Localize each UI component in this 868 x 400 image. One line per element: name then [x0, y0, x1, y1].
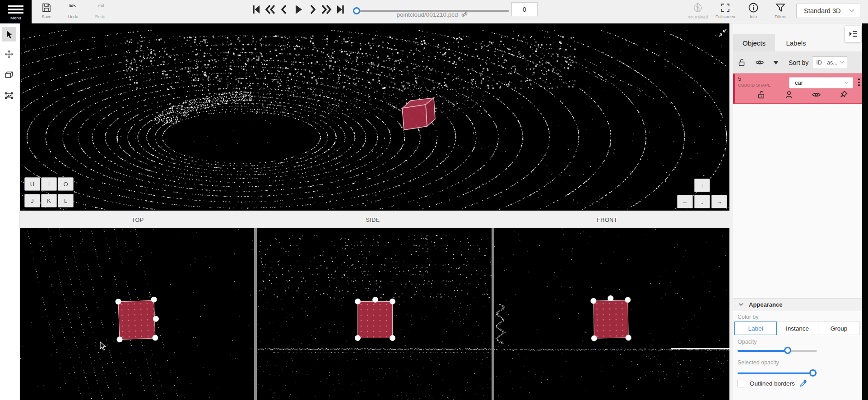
menu-label: Menu [10, 15, 21, 20]
object-shape-label: CUBOID SHAPE [738, 83, 771, 87]
selected-opacity-label: Selected opacity [738, 359, 779, 366]
undo-button[interactable]: Undo [63, 0, 84, 19]
eyedropper-icon[interactable] [799, 380, 807, 387]
resize-handle[interactable] [115, 299, 121, 304]
tab-objects[interactable]: Objects [733, 34, 775, 51]
cuboid-annotation-3d[interactable] [396, 94, 442, 133]
cuboid-annotation-front[interactable] [593, 300, 628, 338]
info-button[interactable]: Info [743, 0, 764, 19]
hotkey-i[interactable]: I [41, 177, 57, 191]
main-3d-view-canvas[interactable] [20, 23, 729, 211]
save-icon [41, 2, 52, 13]
brain-icon [692, 2, 704, 14]
save-label: Save [42, 14, 51, 19]
lock-all-icon[interactable] [738, 58, 746, 67]
opacity-slider-handle[interactable] [784, 347, 791, 354]
object-visibility-icon[interactable] [812, 90, 821, 99]
object-track-icon[interactable] [784, 90, 794, 99]
object-category-select[interactable]: car [789, 77, 853, 88]
hotkey-o[interactable]: O [58, 177, 74, 191]
hotkey-l[interactable]: L [58, 194, 74, 207]
resize-handle[interactable] [390, 299, 395, 304]
outlined-borders-label: Outlined borders [750, 380, 795, 387]
main-3d-view[interactable]: U I O J K L ↑ ← ↓ → [20, 23, 729, 211]
right-edge-strip [862, 23, 868, 400]
front-view-label: FRONT [597, 217, 617, 223]
fast-forward-button[interactable] [320, 3, 333, 16]
move-tool-button[interactable] [2, 47, 16, 61]
rewind-button[interactable] [264, 3, 277, 16]
collapse-view-icon[interactable] [718, 28, 728, 38]
hotkey-u[interactable]: U [24, 177, 40, 191]
view-mode-value: Standard 3D [804, 7, 840, 14]
front-view[interactable] [494, 228, 729, 400]
skip-to-start-button[interactable] [250, 3, 263, 16]
fullscreen-button[interactable]: Fullscreen [713, 0, 738, 19]
image-tool-button[interactable] [2, 88, 16, 103]
menu-button[interactable]: Menu [0, 0, 32, 23]
object-menu-button[interactable] [856, 77, 862, 89]
tab-labels[interactable]: Labels [775, 34, 817, 51]
object-row[interactable]: 5 CUBOID SHAPE car [733, 74, 862, 104]
resize-handle[interactable] [390, 335, 395, 341]
color-by-label-button[interactable]: Label [734, 322, 777, 335]
tab-labels-label: Labels [786, 39, 806, 47]
side-view[interactable] [257, 228, 492, 400]
outlined-borders-row: Outlined borders [738, 380, 807, 387]
hotkey-k[interactable]: K [41, 194, 57, 207]
sort-select[interactable]: ID - as... [812, 56, 847, 69]
chevron-down-icon [849, 9, 854, 13]
resize-handle[interactable] [355, 299, 361, 304]
arrow-down-button[interactable]: ↓ [694, 195, 710, 208]
color-by-label-button-text: Label [748, 325, 763, 332]
cursor-icon [5, 30, 14, 39]
chevron-down-icon [840, 61, 844, 64]
resize-handle[interactable] [608, 295, 613, 301]
color-by-instance-button[interactable]: Instance [776, 322, 818, 335]
fullscreen-icon [720, 2, 731, 13]
filename-label: pointcloud/001210.pcd [397, 11, 458, 18]
color-by-instance-button-text: Instance [786, 325, 809, 332]
skip-to-end-button[interactable] [334, 3, 347, 16]
frame-value: 0 [523, 6, 526, 13]
selected-opacity-slider-handle[interactable] [809, 369, 817, 377]
frame-input[interactable]: 0 [511, 2, 538, 16]
save-button[interactable]: Save [36, 0, 57, 19]
sort-value: ID - as... [816, 60, 837, 66]
opacity-slider[interactable] [738, 350, 817, 352]
resize-handle[interactable] [372, 297, 378, 303]
outlined-borders-checkbox[interactable] [738, 380, 745, 387]
visibility-all-icon[interactable] [755, 58, 764, 67]
top-view[interactable] [20, 228, 254, 400]
color-by-label: Color by [738, 314, 759, 320]
object-pin-icon[interactable] [839, 90, 848, 99]
arrow-right-button[interactable]: → [711, 195, 727, 208]
resize-handle[interactable] [355, 335, 361, 341]
filters-button[interactable]: Filters [770, 0, 791, 19]
selected-opacity-slider[interactable] [738, 372, 817, 374]
timeline-slider-handle[interactable] [353, 7, 360, 14]
resize-handle[interactable] [590, 298, 596, 304]
select-tool-button[interactable] [2, 27, 16, 41]
cuboid-tool-button[interactable] [2, 68, 16, 82]
view-mode-select[interactable]: Standard 3D [796, 4, 860, 18]
arrow-left-button[interactable]: ← [677, 195, 693, 208]
cuboid-annotation-side[interactable] [357, 301, 393, 338]
hotkey-j[interactable]: J [24, 194, 40, 207]
previous-frame-button[interactable] [278, 3, 291, 16]
object-lock-icon[interactable] [757, 90, 766, 99]
not-trained-label: not trained [688, 14, 708, 19]
arrow-up-button[interactable]: ↑ [694, 179, 710, 192]
undo-icon [68, 2, 79, 13]
link-icon[interactable] [461, 11, 468, 18]
appearance-header[interactable]: Appearance [733, 298, 862, 311]
info-label: Info [750, 14, 757, 19]
hotkey-u-label: U [30, 181, 34, 188]
color-by-group-button[interactable]: Group [818, 322, 860, 335]
redo-button[interactable]: Redo [90, 0, 111, 19]
expand-all-icon[interactable] [773, 61, 779, 64]
filters-label: Filters [775, 14, 786, 19]
cuboid-annotation-top[interactable] [118, 300, 156, 340]
play-button[interactable] [292, 3, 305, 16]
next-frame-button[interactable] [306, 3, 319, 16]
